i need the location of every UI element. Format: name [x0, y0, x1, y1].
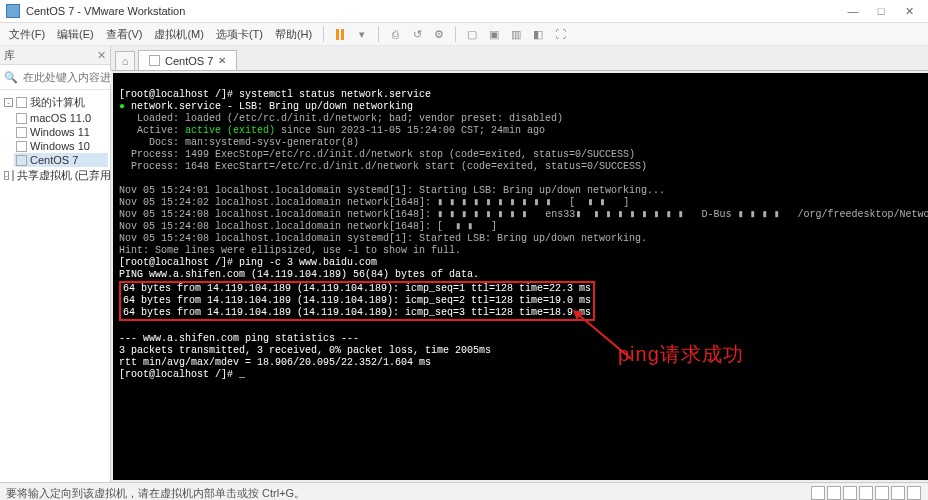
window-title: CentOS 7 - VMware Workstation [26, 0, 185, 22]
annotation-text: ping请求成功 [618, 348, 744, 360]
home-tab[interactable]: ⌂ [115, 51, 135, 70]
menu-view[interactable]: 查看(V) [101, 25, 148, 44]
tree-item-win11[interactable]: Windows 11 [14, 125, 108, 139]
snapshot-button[interactable]: ⎙ [385, 25, 405, 43]
power-pause-button[interactable] [330, 25, 350, 43]
close-button[interactable]: ✕ [896, 3, 922, 19]
device-icon[interactable] [843, 486, 857, 500]
sidebar: 库 ✕ 🔍 ▾ - 我的计算机 macOS 11.0 Windows 11 Wi… [0, 46, 111, 482]
device-icon[interactable] [859, 486, 873, 500]
library-tree: - 我的计算机 macOS 11.0 Windows 11 Windows 10… [0, 90, 110, 188]
tree-root[interactable]: - 我的计算机 [2, 94, 108, 111]
tree-shared-label: 共享虚拟机 (已弃用) [17, 168, 115, 183]
menu-file[interactable]: 文件(F) [4, 25, 50, 44]
toolbar-dropdown[interactable]: ▾ [352, 25, 372, 43]
vm-icon [16, 113, 27, 124]
menu-vm[interactable]: 虚拟机(M) [149, 25, 209, 44]
device-icon[interactable] [811, 486, 825, 500]
menu-edit[interactable]: 编辑(E) [52, 25, 99, 44]
shared-icon [12, 170, 14, 181]
layout-2-button[interactable]: ▣ [484, 25, 504, 43]
maximize-button[interactable]: □ [868, 3, 894, 19]
window-titlebar: CentOS 7 - VMware Workstation — □ ✕ [0, 0, 928, 23]
unity-button[interactable]: ◧ [528, 25, 548, 43]
menu-help[interactable]: 帮助(H) [270, 25, 317, 44]
home-icon: ⌂ [122, 55, 129, 67]
statusbar-text: 要将输入定向到该虚拟机，请在虚拟机内部单击或按 Ctrl+G。 [6, 483, 305, 500]
tree-shared[interactable]: - 共享虚拟机 (已弃用) [2, 167, 108, 184]
vm-icon [16, 141, 27, 152]
vm-icon [16, 127, 27, 138]
device-icon[interactable] [891, 486, 905, 500]
sidebar-close[interactable]: ✕ [97, 49, 106, 62]
tree-item-win10[interactable]: Windows 10 [14, 139, 108, 153]
device-icon[interactable] [827, 486, 841, 500]
sidebar-title: 库 [4, 48, 15, 63]
tree-item-centos7[interactable]: CentOS 7 [14, 153, 108, 167]
settings-button[interactable]: ⚙ [429, 25, 449, 43]
revert-button[interactable]: ↺ [407, 25, 427, 43]
minimize-button[interactable]: — [840, 3, 866, 19]
layout-1-button[interactable]: ▢ [462, 25, 482, 43]
device-icon[interactable] [875, 486, 889, 500]
tab-centos7[interactable]: CentOS 7 ✕ [138, 50, 237, 70]
tabstrip: ⌂ CentOS 7 ✕ [111, 46, 928, 71]
tab-label: CentOS 7 [165, 55, 213, 67]
vm-icon [16, 155, 27, 166]
menubar: 文件(F) 编辑(E) 查看(V) 虚拟机(M) 选项卡(T) 帮助(H) ▾ … [0, 23, 928, 46]
statusbar: 要将输入定向到该虚拟机，请在虚拟机内部单击或按 Ctrl+G。 [0, 482, 928, 500]
tree-root-label: 我的计算机 [30, 95, 85, 110]
layout-3-button[interactable]: ▥ [506, 25, 526, 43]
app-icon [6, 4, 20, 18]
fullscreen-button[interactable]: ⛶ [550, 25, 570, 43]
tab-close[interactable]: ✕ [218, 55, 226, 66]
menu-tabs[interactable]: 选项卡(T) [211, 25, 268, 44]
vm-icon [149, 55, 160, 66]
computer-icon [16, 97, 27, 108]
guest-terminal[interactable]: [root@localhost /]# systemctl status net… [113, 73, 928, 480]
tree-item-macos[interactable]: macOS 11.0 [14, 111, 108, 125]
search-icon: 🔍 [4, 71, 18, 84]
device-icon[interactable] [907, 486, 921, 500]
highlight-box: 64 bytes from 14.119.104.189 (14.119.104… [119, 281, 595, 321]
